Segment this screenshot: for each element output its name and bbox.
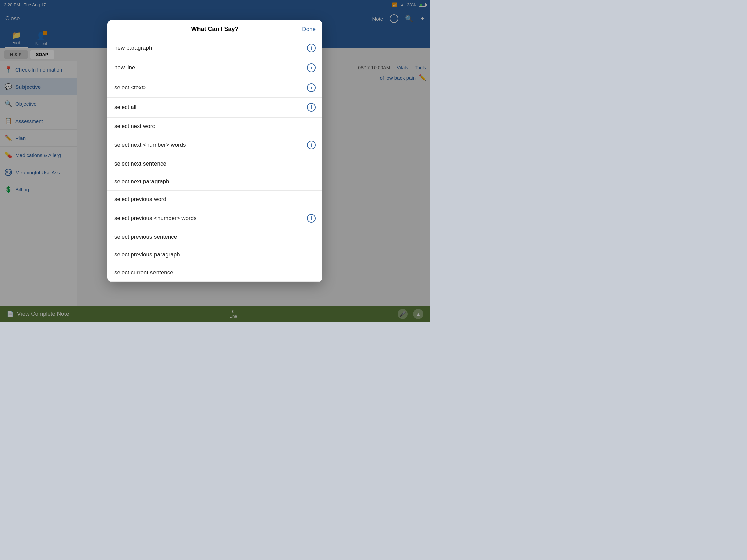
modal-item-new-line[interactable]: new linei [107,58,323,78]
modal-item-select-text[interactable]: select <text>i [107,78,323,98]
modal-item-select-all[interactable]: select alli [107,98,323,117]
modal-item-label-select-next-sentence: select next sentence [114,160,166,167]
modal-item-select-previous-number-words[interactable]: select previous <number> wordsi [107,209,323,228]
modal-item-select-next-number-words[interactable]: select next <number> wordsi [107,135,323,155]
info-icon-select-next-number-words[interactable]: i [307,141,316,150]
modal-item-select-next-paragraph[interactable]: select next paragraph [107,173,323,191]
modal-item-select-previous-word[interactable]: select previous word [107,191,323,209]
modal-header: What Can I Say? Done [107,20,323,38]
modal-item-label-select-all: select all [114,104,136,111]
modal-item-label-select-previous-sentence: select previous sentence [114,234,177,240]
modal-item-select-next-sentence[interactable]: select next sentence [107,155,323,173]
modal-item-label-new-line: new line [114,64,135,71]
modal-commands-list: new paragraphinew lineiselect <text>isel… [107,38,323,282]
modal-item-label-select-previous-word: select previous word [114,196,166,203]
modal-item-label-select-current-sentence: select current sentence [114,269,173,276]
modal-item-select-current-sentence[interactable]: select current sentence [107,264,323,282]
modal-item-label-select-text: select <text> [114,84,147,91]
what-can-i-say-modal: What Can I Say? Done new paragraphinew l… [107,20,323,282]
info-icon-new-paragraph[interactable]: i [307,44,316,52]
info-icon-select-previous-number-words[interactable]: i [307,214,316,222]
info-icon-new-line[interactable]: i [307,63,316,72]
modal-item-label-select-next-number-words: select next <number> words [114,142,186,149]
modal-item-select-previous-sentence[interactable]: select previous sentence [107,228,323,246]
modal-item-label-select-previous-number-words: select previous <number> words [114,215,197,221]
modal-overlay: What Can I Say? Done new paragraphinew l… [0,0,430,322]
modal-item-label-new-paragraph: new paragraph [114,45,152,51]
modal-item-label-select-previous-paragraph: select previous paragraph [114,251,180,258]
modal-item-label-select-next-paragraph: select next paragraph [114,178,169,185]
modal-item-select-current-paragraph[interactable]: select current paragraph [107,282,323,282]
modal-title: What Can I Say? [131,26,299,32]
info-icon-select-all[interactable]: i [307,103,316,112]
modal-item-select-next-word[interactable]: select next word [107,117,323,135]
modal-done-button[interactable]: Done [299,26,316,32]
modal-item-select-previous-paragraph[interactable]: select previous paragraph [107,246,323,264]
info-icon-select-text[interactable]: i [307,83,316,92]
modal-item-label-select-next-word: select next word [114,123,156,130]
modal-item-new-paragraph[interactable]: new paragraphi [107,38,323,58]
